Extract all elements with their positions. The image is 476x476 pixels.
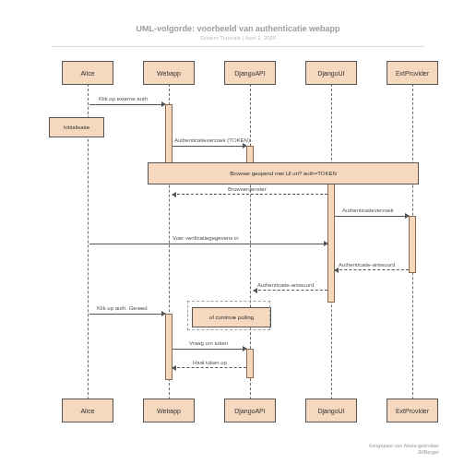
label-enter-creds: Voer verificatiegegevens in	[173, 235, 239, 241]
exec-djangoapi-2	[246, 349, 254, 378]
arrow-auth-request-ext: Authenticatieverzoek	[335, 216, 409, 217]
label-auth-request-token: Authenticatieverzoek (TOKEN)	[174, 137, 250, 143]
actor-djangoapi-top: DjangoAPI	[224, 61, 276, 85]
actor-djangoui-bot: DjangoUI	[305, 399, 357, 422]
lifeline-alice	[88, 61, 89, 422]
note-init: Initialisatie	[49, 117, 104, 137]
arrow-ask-token: Vraag om token	[173, 349, 246, 350]
footer-line2: JMBerger	[417, 449, 439, 455]
title-rule	[52, 46, 424, 47]
label-click-auth: Klik op externe auth	[99, 96, 148, 101]
actor-extprovider-top: ExtProvider	[387, 61, 438, 85]
footer-line1: Aangepast van Alteia-gebruiker	[369, 443, 439, 448]
label-auth-answer-ext: Authenticatie-antwoord	[339, 262, 395, 268]
exec-djangoui-1	[327, 181, 335, 303]
exec-extprovider-1	[409, 216, 416, 273]
note-polling-frame	[187, 301, 270, 330]
arrow-browser-window: Browservenster	[173, 194, 327, 196]
label-get-token: Haal token op	[193, 360, 227, 365]
diagram-canvas: UML-volgorde: voorbeeld van authenticati…	[0, 0, 476, 476]
label-ask-token: Vraag om token	[189, 340, 228, 346]
arrow-click-done: Klik op auth. Gereed	[89, 314, 165, 315]
actor-extprovider-bot: ExtProvider	[387, 399, 438, 422]
diagram-subtitle: System Tutorials | April 2, 2020	[0, 35, 476, 41]
arrow-click-auth: Klik op externe auth	[89, 104, 165, 105]
actor-alice-bot: Alice	[62, 399, 113, 422]
actor-alice-top: Alice	[62, 61, 113, 85]
span-browser-open: Browser geopend met UI uri? auth=TOKEN	[148, 162, 419, 184]
actor-webapp-bot: Webapp	[143, 399, 195, 422]
footer-attribution: Aangepast van Alteia-gebruiker JMBerger	[369, 443, 439, 456]
label-auth-answer-api: Authenticatie-antwoord	[257, 282, 314, 288]
diagram-title: UML-volgorde: voorbeeld van authenticati…	[0, 24, 476, 33]
label-auth-request-ext: Authenticatieverzoek	[342, 208, 394, 213]
arrow-auth-answer-ext: Authenticatie-antwoord	[335, 269, 409, 271]
arrow-auth-request-token: Authenticatieverzoek (TOKEN)	[173, 146, 246, 147]
arrow-get-token: Haal token op	[173, 367, 246, 369]
actor-djangoapi-bot: DjangoAPI	[224, 399, 276, 422]
actor-webapp-top: Webapp	[143, 61, 195, 85]
arrow-enter-creds: Voer verificatiegegevens in	[89, 244, 327, 244]
label-click-done: Klik op auth. Gereed	[97, 305, 148, 311]
label-browser-window: Browservenster	[228, 186, 267, 192]
actor-djangoui-top: DjangoUI	[305, 61, 357, 85]
arrow-auth-answer-api: Authenticatie-antwoord	[254, 290, 327, 292]
